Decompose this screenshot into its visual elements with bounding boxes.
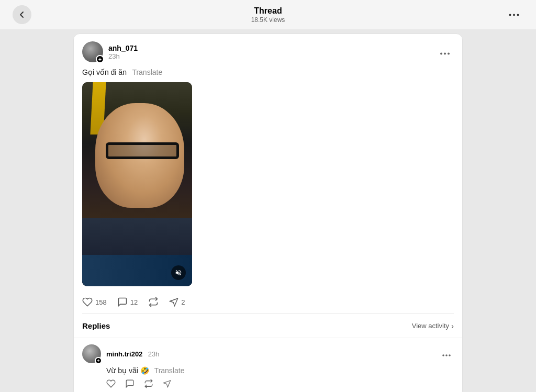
svg-marker-10 — [163, 380, 170, 387]
thread-card: + anh_071 23h Gọi vốn đi — [73, 33, 463, 392]
view-count: 18.5K views — [251, 16, 285, 24]
reply-translate[interactable]: Translate — [154, 366, 185, 375]
reply-item: + minh.tri202 23h — [74, 338, 462, 392]
reply-actions — [82, 379, 454, 390]
view-activity-button[interactable]: View activity › — [412, 321, 454, 330]
svg-point-4 — [444, 52, 446, 54]
translate-link[interactable]: Translate — [132, 68, 162, 76]
action-bar: 158 12 — [74, 293, 462, 313]
like-action[interactable]: 158 — [82, 297, 107, 307]
avatar-plus-icon: + — [96, 55, 104, 63]
reply-text: Vừ bụ vãi 🤣 Translate — [82, 366, 454, 375]
replies-label: Replies — [82, 321, 110, 330]
svg-point-1 — [513, 14, 515, 16]
header-more-button[interactable] — [505, 5, 523, 24]
reply-username: minh.tri202 — [106, 350, 142, 358]
avatar-container: + — [82, 41, 103, 62]
post-header: + anh_071 23h — [74, 34, 462, 68]
like-count: 158 — [95, 298, 107, 306]
comment-action[interactable]: 12 — [117, 297, 138, 307]
post-content: Gọi vốn đi ăn Translate — [74, 68, 462, 82]
content-area: + anh_071 23h Gọi vốn đi — [0, 29, 536, 392]
top-bar: Thread 18.5K views — [0, 0, 536, 29]
app-container: Thread 18.5K views + — [0, 0, 536, 392]
post-header-left: + anh_071 23h — [82, 41, 138, 62]
post-more-button[interactable] — [436, 44, 454, 60]
header-center: Thread 18.5K views — [251, 6, 285, 23]
page-title: Thread — [251, 6, 285, 16]
chevron-right-icon: › — [451, 321, 454, 330]
post-image — [82, 82, 192, 286]
svg-point-7 — [442, 354, 444, 356]
post-text: Gọi vốn đi ăn — [82, 68, 127, 76]
svg-point-0 — [509, 14, 511, 16]
reply-header-left: + minh.tri202 23h — [82, 344, 160, 363]
reply-meta: minh.tri202 23h — [106, 349, 160, 359]
comment-count: 12 — [130, 298, 138, 306]
photo-glasses — [106, 142, 179, 159]
reply-share-icon[interactable] — [163, 379, 171, 390]
reply-emoji: 🤣 — [140, 366, 149, 375]
reply-avatar-plus-icon: + — [95, 357, 102, 364]
share-count: 2 — [181, 298, 185, 306]
photo-background — [82, 82, 192, 286]
reply-avatar-container: + — [82, 344, 101, 363]
reply-more-button[interactable] — [439, 348, 454, 360]
post-username: anh_071 — [108, 44, 138, 52]
post-image-container[interactable] — [82, 82, 192, 286]
svg-point-5 — [448, 52, 450, 54]
reply-time: 23h — [148, 350, 160, 358]
post-time: 23h — [108, 52, 138, 60]
mute-icon[interactable] — [171, 265, 186, 280]
share-action[interactable]: 2 — [169, 297, 185, 307]
svg-marker-6 — [170, 298, 178, 306]
reply-comment-icon[interactable] — [125, 379, 135, 390]
back-button[interactable] — [13, 5, 31, 24]
reply-header: + minh.tri202 23h — [82, 344, 454, 363]
svg-point-9 — [449, 354, 451, 356]
post-meta: anh_071 23h — [108, 44, 138, 60]
view-activity-text: View activity — [412, 322, 449, 330]
reply-like-icon[interactable] — [106, 379, 116, 390]
svg-point-8 — [445, 354, 448, 356]
replies-section-header: Replies View activity › — [74, 314, 462, 338]
reply-repost-icon[interactable] — [144, 379, 153, 390]
svg-point-2 — [517, 14, 519, 16]
repost-action[interactable] — [148, 297, 159, 307]
svg-point-3 — [440, 52, 442, 54]
